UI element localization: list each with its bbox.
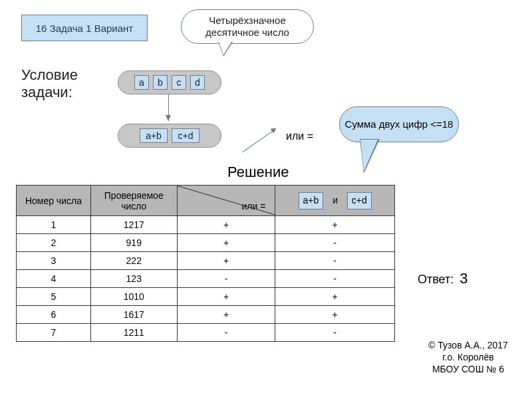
table-row: 71211-- (17, 324, 395, 342)
cell-num: 2 (17, 234, 91, 252)
or-equals-text: или = (286, 130, 313, 142)
cell-num: 1 (17, 216, 91, 234)
sum-ab: a+b (140, 128, 168, 143)
arrow-down-icon (168, 94, 169, 121)
and-text: и (332, 195, 338, 205)
table-row: 3222+- (17, 252, 395, 270)
cell-value: 123 (90, 270, 177, 288)
title-box: 16 Задача 1 Вариант (21, 15, 148, 41)
cell-value: 1617 (90, 306, 177, 324)
cell-and: - (275, 252, 395, 270)
digit-b: b (153, 75, 168, 90)
cell-value: 222 (90, 252, 177, 270)
mini-cd: c+d (347, 192, 372, 209)
solution-table: Номер числа Проверяемое число или = a+b … (16, 185, 395, 342)
cell-num: 7 (17, 324, 91, 342)
cell-and: + (275, 288, 395, 306)
cell-value: 1211 (90, 324, 177, 342)
cell-or: - (177, 324, 275, 342)
cell-or: + (177, 252, 275, 270)
mini-ab: a+b (299, 192, 324, 209)
table-row: 61617++ (17, 306, 395, 324)
cell-and: - (275, 324, 395, 342)
cell-num: 5 (17, 288, 91, 306)
answer-value: 3 (460, 270, 467, 287)
credit: © Тузов А.А., 2017 г.о. Королёв МБОУ СОШ… (415, 339, 521, 376)
col-header-checked: Проверяемое число (90, 186, 177, 216)
cell-value: 1217 (90, 216, 177, 234)
cell-num: 6 (17, 306, 91, 324)
table-row: 11217++ (17, 216, 395, 234)
cell-or: + (177, 234, 275, 252)
cell-or: + (177, 288, 275, 306)
cell-or: + (177, 216, 275, 234)
condition-label: Условие задачи: (21, 66, 78, 102)
col-header-num: Номер числа (17, 186, 91, 216)
condition-text: Условие задачи: (21, 66, 78, 100)
or-eq-cell-label: или = (241, 201, 265, 211)
callout-sum: Сумма двух цифр <=18 (339, 106, 459, 142)
table-row: 2919+- (17, 234, 395, 252)
digit-c: c (172, 75, 186, 90)
cell-and: - (275, 270, 395, 288)
cell-and: + (275, 306, 395, 324)
table-header-row: Номер числа Проверяемое число или = a+b … (17, 186, 395, 216)
table-row: 4123-- (17, 270, 395, 288)
cell-and: - (275, 234, 395, 252)
col-header-oreq: или = (177, 186, 275, 216)
answer-label: Ответ: (418, 273, 454, 286)
cell-and: + (275, 216, 395, 234)
col-header-and: a+b и c+d (275, 186, 395, 216)
digit-d: d (190, 75, 205, 90)
cell-num: 3 (17, 252, 91, 270)
callout-fourdigit: Четырёхзначное десятичное число (181, 9, 314, 44)
table-row: 51010++ (17, 288, 395, 306)
digit-a: a (134, 75, 149, 90)
cell-num: 4 (17, 270, 91, 288)
sum-cd: c+d (172, 128, 200, 143)
cell-or: - (177, 270, 275, 288)
digits-pill: a b c d (118, 70, 221, 94)
cell-value: 1010 (90, 288, 177, 306)
solution-label: Решение (227, 164, 289, 181)
cell-value: 919 (90, 234, 177, 252)
cell-or: + (177, 306, 275, 324)
answer: Ответ: 3 (418, 270, 468, 287)
table-body: 11217++2919+-3222+-4123--51010++61617++7… (17, 216, 395, 342)
arrow-diag-icon (243, 129, 276, 152)
sums-pill: a+b c+d (118, 124, 221, 148)
